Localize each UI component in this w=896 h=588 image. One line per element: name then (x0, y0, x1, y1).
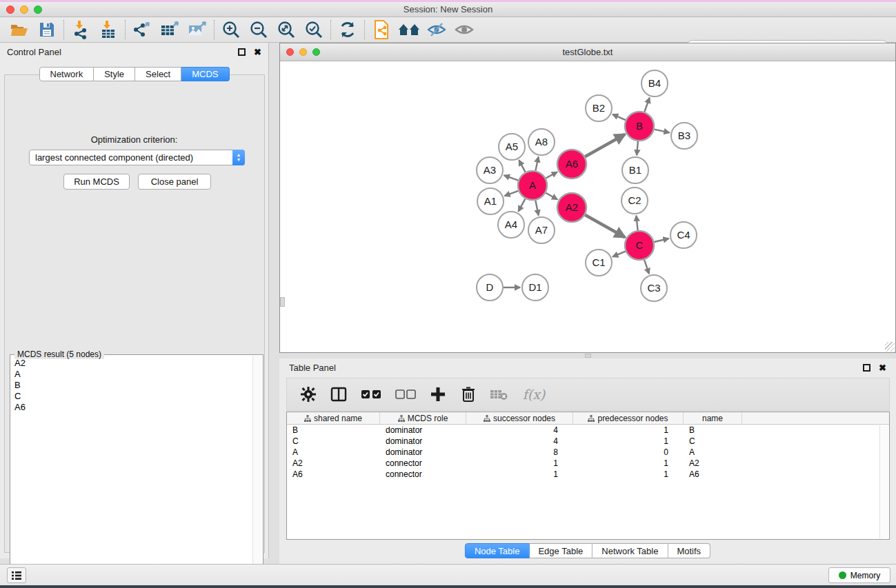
mcds-result-item[interactable]: C (11, 391, 252, 402)
column-header-successor-nodes[interactable]: successor nodes (466, 412, 573, 424)
run-mcds-button[interactable]: Run MCDS (63, 174, 130, 190)
create-column-button[interactable] (428, 384, 448, 405)
graph-edge-B-B3[interactable] (655, 130, 670, 133)
apply-layout-button[interactable] (334, 19, 361, 41)
network-close-button[interactable] (286, 48, 294, 56)
graph-node-A[interactable]: A (518, 171, 547, 200)
close-panel-button[interactable]: Close panel (138, 174, 211, 190)
cell-shared-name[interactable]: A (287, 447, 380, 458)
graph-edge-C-C1[interactable] (613, 252, 625, 257)
table-row[interactable]: A6connector11A6 (287, 469, 889, 480)
close-window-button[interactable] (6, 6, 14, 14)
cell-predecessor-nodes[interactable]: 1 (573, 436, 684, 447)
graph-node-D[interactable]: D (477, 274, 503, 301)
show-graphics-details-button[interactable] (450, 19, 478, 41)
export-network-button[interactable] (128, 19, 156, 41)
splitter-grip[interactable] (585, 354, 591, 358)
cell-predecessor-nodes[interactable]: 1 (573, 469, 684, 480)
zoom-out-button[interactable] (245, 19, 272, 41)
cell-name[interactable]: A (684, 447, 742, 458)
table-row[interactable]: Cdominator41C (287, 436, 889, 447)
graph-node-B1[interactable]: B1 (622, 157, 648, 183)
cell-predecessor-nodes[interactable]: 1 (573, 458, 684, 469)
graph-node-A4[interactable]: A4 (498, 212, 524, 238)
graph-node-A6[interactable]: A6 (557, 150, 586, 179)
cell-mcds-role[interactable]: connector (380, 469, 466, 480)
zoom-fit-button[interactable] (272, 19, 300, 41)
cell-name[interactable]: C (684, 436, 742, 447)
cell-predecessor-nodes[interactable]: 0 (573, 447, 684, 458)
network-canvas[interactable]: B4B2BB3A8A5A6A3B1AA1C2A2A4A7C4CC1C3DD1 (280, 61, 895, 352)
graph-edge-B-B4[interactable] (644, 98, 649, 112)
graph-node-A5[interactable]: A5 (499, 134, 525, 160)
graph-edge-B-B2[interactable] (613, 114, 626, 120)
graph-node-A2[interactable]: A2 (557, 193, 586, 222)
graph-node-A3[interactable]: A3 (477, 157, 503, 183)
hide-graphics-details-button[interactable] (423, 19, 450, 41)
reset-view-button[interactable] (395, 19, 423, 41)
import-table-button[interactable] (94, 19, 122, 41)
cell-mcds-role[interactable]: dominator (380, 425, 466, 436)
cell-shared-name[interactable]: A2 (287, 458, 380, 469)
function-builder-button[interactable]: f(x) (519, 384, 549, 405)
zoom-in-button[interactable] (217, 19, 245, 41)
tab-edge-table[interactable]: Edge Table (529, 543, 593, 558)
graph-edge-A-A2[interactable] (546, 193, 557, 199)
open-session-button[interactable] (6, 19, 33, 41)
memory-button[interactable]: Memory (828, 567, 890, 583)
cell-successor-nodes[interactable]: 1 (466, 458, 573, 469)
graph-edge-A-A8[interactable] (535, 157, 538, 171)
graph-node-B4[interactable]: B4 (641, 70, 668, 97)
cell-shared-name[interactable]: B (287, 425, 380, 436)
cell-successor-nodes[interactable]: 4 (466, 425, 573, 436)
mcds-result-item[interactable]: A2 (11, 358, 252, 369)
mcds-result-item[interactable]: A6 (11, 402, 252, 413)
tab-network-table[interactable]: Network Table (593, 543, 668, 558)
tab-motifs[interactable]: Motifs (668, 543, 710, 558)
table-row[interactable]: Bdominator41B (287, 425, 889, 436)
cell-mcds-role[interactable]: dominator (380, 436, 466, 447)
graph-edge-A-A4[interactable] (519, 199, 526, 211)
graph-node-C3[interactable]: C3 (641, 275, 667, 301)
tab-select[interactable]: Select (135, 67, 181, 81)
graph-node-A7[interactable]: A7 (528, 217, 555, 243)
cell-successor-nodes[interactable]: 1 (466, 469, 573, 480)
graph-edge-A-A6[interactable] (546, 172, 557, 178)
cell-successor-nodes[interactable]: 4 (466, 436, 573, 447)
show-column-button[interactable] (328, 384, 349, 405)
export-image-button[interactable] (183, 19, 211, 41)
graph-node-B3[interactable]: B3 (671, 123, 697, 149)
graph-node-A1[interactable]: A1 (477, 188, 504, 214)
graph-node-D1[interactable]: D1 (522, 274, 548, 301)
optimization-criterion-select[interactable]: largest connected component (directed) ▲… (29, 150, 245, 165)
select-all-columns-button[interactable] (359, 384, 384, 405)
canvas-left-grip[interactable] (280, 297, 285, 307)
minimize-window-button[interactable] (20, 6, 28, 14)
graph-edge-C-C4[interactable] (654, 239, 668, 242)
column-header-name[interactable]: name (684, 412, 742, 424)
close-panel-icon[interactable]: ✖ (254, 48, 261, 56)
tab-mcds[interactable]: MCDS (181, 67, 229, 81)
graph-edge-A2-C[interactable] (585, 215, 625, 237)
mcds-result-list[interactable]: A2ABCA6 (11, 358, 252, 588)
tab-network[interactable]: Network (39, 67, 94, 81)
column-header-shared-name[interactable]: shared name (287, 412, 380, 424)
graph-node-B2[interactable]: B2 (586, 95, 612, 121)
column-header-predecessor-nodes[interactable]: predecessor nodes (573, 412, 684, 424)
close-table-panel-icon[interactable]: ✖ (879, 364, 886, 372)
graph-node-C4[interactable]: C4 (670, 222, 697, 248)
mcds-result-item[interactable]: A (11, 369, 252, 380)
table-row[interactable]: Adominator80A (287, 447, 889, 458)
mcds-result-item[interactable]: B (11, 380, 252, 391)
graph-edge-C-C3[interactable] (644, 260, 649, 274)
network-window-titlebar[interactable]: testGlobe.txt (280, 43, 895, 61)
cell-successor-nodes[interactable]: 8 (466, 447, 573, 458)
float-panel-icon[interactable] (238, 48, 246, 56)
export-table-button[interactable] (156, 19, 183, 41)
table-settings-button[interactable] (298, 384, 319, 405)
mcds-result-scrollbar[interactable] (252, 356, 262, 588)
window-resize-grip-icon[interactable] (885, 342, 895, 352)
network-graph[interactable]: B4B2BB3A8A5A6A3B1AA1C2A2A4A7C4CC1C3DD1 (280, 61, 895, 352)
zoom-window-button[interactable] (34, 6, 42, 14)
delete-column-button[interactable] (458, 384, 479, 405)
